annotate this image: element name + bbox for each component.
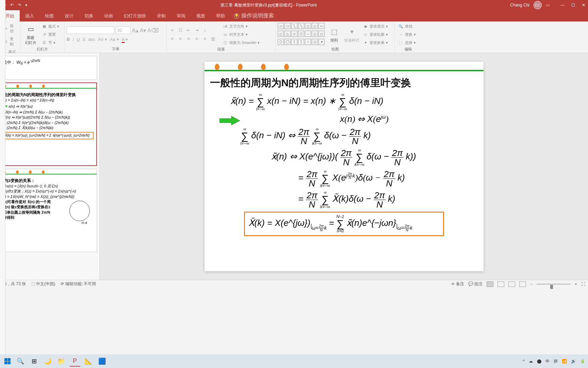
thumbnail-panel[interactable]: 其中： WN = e−j2π/N 性的周期为N的周期性序列的傅里叶变换 n) =… (0, 53, 100, 280)
font-name-combo[interactable] (67, 27, 114, 34)
maximize-icon[interactable]: ☐ (571, 3, 575, 7)
section-button[interactable]: ☰节 ▾ (40, 39, 61, 46)
app-icon-2[interactable]: 🟦 (97, 356, 108, 367)
tab-review[interactable]: 审阅 (171, 10, 191, 22)
tell-me-search[interactable]: 💡 操作说明搜索 (234, 12, 274, 19)
align-text-button[interactable]: ▭对齐文本 ▾ (221, 31, 261, 38)
zoom-slider[interactable] (537, 283, 571, 285)
select-button[interactable]: ⬚选择 ▾ (397, 39, 417, 46)
matlab-icon[interactable]: 📐 (83, 356, 94, 367)
align-center-icon[interactable]: ≡ (177, 36, 184, 41)
thumbnail-current[interactable]: 性的周期为N的周期性序列的傅里叶变换 n) = Σx(n−iN) = x(n) … (0, 82, 99, 166)
align-left-icon[interactable]: ≡ (169, 36, 176, 41)
language-indicator[interactable]: ⬚ 中文(中国) (31, 281, 55, 287)
columns-icon[interactable]: ▥ (210, 36, 216, 41)
text-direction-button[interactable]: ↕A文字方向 ▾ (221, 23, 261, 30)
bold-button[interactable]: B (67, 37, 70, 42)
distribute-icon[interactable]: ≡ (201, 36, 208, 41)
minimize-icon[interactable]: — (560, 3, 565, 7)
accessibility-indicator[interactable]: ⟳ 辅助功能: 不可用 (61, 281, 96, 287)
wifi-icon[interactable]: 📶 (562, 359, 567, 364)
smartart-button[interactable]: ⬡转换为 SmartArt ▾ (221, 39, 261, 46)
comments-button[interactable]: 💬 批注 (468, 281, 483, 287)
thumbnail-next[interactable]: )与z变换的关系： 令x(n) = {x̃(n) 0≤n≤N−1; 0 其它n}… (0, 169, 99, 252)
equation-3[interactable]: ∞∑i=−∞ δ(n − iN) ⇔ 2πN ∞∑k=−∞ δ(ω − 2πN … (241, 127, 478, 145)
clear-formatting-icon[interactable]: A⌫ (147, 27, 159, 34)
tab-help[interactable]: 帮助 (211, 10, 230, 22)
tray-chevron-icon[interactable]: ^ (523, 359, 525, 364)
justify-icon[interactable]: ≡ (193, 36, 200, 41)
tray-app-icon[interactable]: ⬤ (537, 359, 541, 364)
ribbon-display-icon[interactable]: ▭ (546, 3, 550, 7)
notes-button[interactable]: ≐ 备注 (451, 281, 464, 287)
replace-button[interactable]: ↔替换 ▾ (397, 31, 417, 38)
zoom-out-icon[interactable]: − (530, 282, 533, 287)
app-icon-1[interactable]: 🌙 (42, 356, 53, 367)
align-right-icon[interactable]: ≡ (185, 36, 192, 41)
user-name[interactable]: Chang Chi (510, 3, 529, 7)
close-icon[interactable]: ✕ (582, 3, 585, 7)
tab-slideshow[interactable]: 幻灯片放映 (118, 10, 151, 22)
decrease-indent-icon[interactable]: ⇤ (185, 28, 192, 33)
underline-button[interactable]: U (77, 37, 80, 42)
slide-editor[interactable]: 一般性的周期为N的周期性序列的傅里叶变换 x̃(n) = ∞∑i=−∞ x(n … (100, 53, 588, 280)
equation-7-box[interactable]: X̃(k) = X(e^{jω})|ω=2πNk = N−1∑n=0 x̃(n)… (244, 212, 444, 236)
sorter-view-icon[interactable] (497, 281, 504, 287)
ime-mode[interactable]: 拼 (554, 358, 558, 364)
layout-button[interactable]: ▦版式 ▾ (40, 23, 61, 30)
slide-canvas[interactable]: 一般性的周期为N的周期性序列的傅里叶变换 x̃(n) = ∞∑i=−∞ x(n … (205, 62, 484, 271)
undo-icon[interactable]: ↶ (10, 3, 14, 7)
quick-styles-button[interactable]: ✦快速样式 (344, 23, 360, 46)
line-spacing-icon[interactable]: ↕ (201, 28, 208, 33)
find-button[interactable]: 🔍查找 (397, 23, 417, 30)
change-case-button[interactable]: Aa ▾ (110, 37, 119, 42)
powerpoint-icon[interactable]: P (69, 356, 80, 367)
char-spacing-button[interactable]: AV ▾ (98, 37, 107, 42)
tab-animations[interactable]: 动画 (99, 10, 118, 22)
start-button[interactable] (3, 356, 12, 366)
arrange-button[interactable]: ⬚排列 (326, 23, 342, 46)
zoom-in-icon[interactable]: + (575, 282, 577, 287)
user-avatar[interactable]: CC (534, 1, 542, 9)
ime-lang[interactable]: 中 (545, 358, 550, 364)
slide-counter[interactable]: 张，共 73 张 (3, 281, 26, 287)
reset-button[interactable]: ↺重置 (40, 31, 61, 38)
decrease-font-icon[interactable]: A▾ (140, 27, 146, 34)
tab-draw[interactable]: 绘图 (39, 10, 59, 22)
equation-4[interactable]: x̃(n) ⇔ X(e^{jω})( 2πN ∞∑k=−∞ δ(ω − 2πN … (271, 148, 478, 167)
font-color-button[interactable]: A ▾ (122, 37, 128, 42)
battery-icon[interactable]: 🔋 (580, 359, 585, 364)
slideshow-view-icon[interactable] (519, 281, 526, 287)
tab-design[interactable]: 设计 (59, 10, 79, 22)
slide-title-text[interactable]: 一般性的周期为N的周期性序列的傅里叶变换 (210, 76, 478, 90)
task-view-icon[interactable]: ⊞ (29, 356, 39, 367)
tab-insert[interactable]: 插入 (20, 10, 39, 22)
increase-font-icon[interactable]: A▴ (132, 27, 138, 34)
normal-view-icon[interactable] (487, 281, 493, 287)
shape-fill-button[interactable]: ◆形状填充 ▾ (361, 23, 389, 30)
numbering-icon[interactable]: ☷ (177, 28, 184, 33)
redo-icon[interactable]: ↷ (18, 3, 21, 7)
shapes-gallery[interactable]: ▭▭╲╲◻◻▭ ◻△◇⬡→◻◻ ⬡◯{}☆◻▾ (278, 23, 325, 46)
shape-outline-button[interactable]: ◇形状轮廓 ▾ (361, 31, 389, 38)
tab-record[interactable]: 录制 (151, 10, 171, 22)
font-size-combo[interactable] (116, 27, 131, 34)
tab-view[interactable]: 视图 (191, 10, 211, 22)
equation-2[interactable]: x(n) ⇔ X(ejω) (251, 114, 478, 124)
volume-icon[interactable]: 🔊 (571, 359, 576, 364)
equation-1[interactable]: x̃(n) = ∞∑i=−∞ x(n − iN) = x(n) ∗ ∞∑i=−∞… (230, 93, 478, 111)
equation-6[interactable]: = 2πN ∞∑k=−∞ X̃(k)δ(ω − 2πN k) (298, 190, 478, 209)
increase-indent-icon[interactable]: ⇥ (193, 28, 200, 33)
italic-button[interactable]: I (72, 37, 74, 42)
equation-5[interactable]: = 2πN ∞∑k=−∞ X(ej2πNk)δ(ω − 2πN k) (298, 169, 478, 188)
search-taskbar-icon[interactable]: 🔍 (15, 356, 26, 367)
shape-effects-button[interactable]: ✦形状效果 ▾ (361, 39, 389, 46)
tab-transitions[interactable]: 切换 (79, 10, 99, 22)
new-slide-button[interactable]: ▭ 新建 幻灯片 (22, 23, 39, 46)
shape-rect-icon[interactable]: ▭ (278, 23, 284, 29)
fit-to-window-icon[interactable]: ⛶ (581, 282, 585, 287)
strikethrough-button[interactable]: abc (88, 37, 95, 42)
shadow-button[interactable]: S (82, 37, 85, 42)
file-explorer-icon[interactable]: 📁 (56, 356, 67, 367)
thumbnail-prev[interactable]: 其中： WN = e−j2π/N (0, 56, 99, 80)
